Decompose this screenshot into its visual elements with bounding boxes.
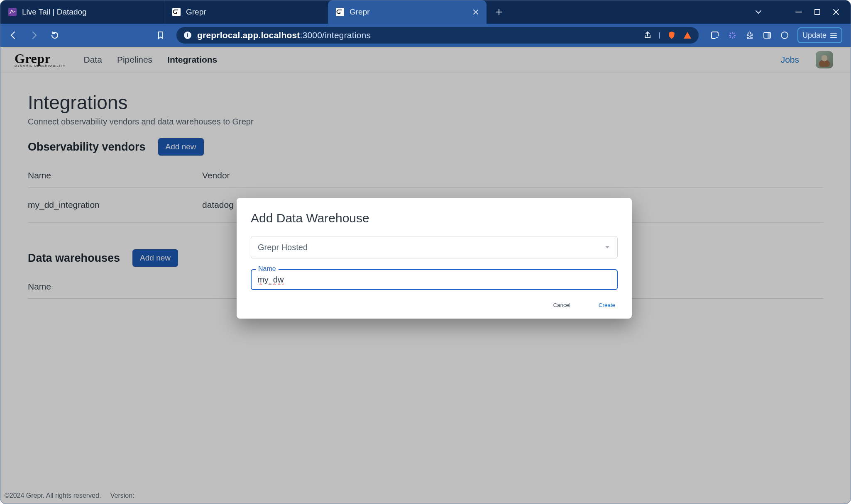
night-mode-icon[interactable] xyxy=(780,31,789,40)
share-icon[interactable] xyxy=(643,31,652,40)
toolbar-right: Update xyxy=(710,27,842,43)
browser-tabs: Live Tail | Datadog Grepr Grepr xyxy=(0,0,747,24)
chevron-down-icon xyxy=(604,244,611,251)
add-data-warehouse-modal: Add Data Warehouse Grepr Hosted Name Can… xyxy=(237,198,632,319)
tab-title: Grepr xyxy=(186,7,206,17)
site-info-icon[interactable]: i xyxy=(183,31,192,40)
url-text: greprlocal.app.localhost:3000/integratio… xyxy=(197,30,638,40)
svg-rect-0 xyxy=(8,8,17,16)
window-controls xyxy=(747,0,851,24)
svg-point-10 xyxy=(781,32,788,39)
chevron-down-icon[interactable] xyxy=(754,8,763,16)
brave-warning-icon[interactable] xyxy=(683,31,692,40)
datadog-favicon-icon xyxy=(8,7,17,17)
create-button[interactable]: Create xyxy=(596,302,618,309)
tab-grepr-active[interactable]: Grepr xyxy=(328,0,487,24)
svg-text:i: i xyxy=(187,32,188,38)
tab-grepr-1[interactable]: Grepr xyxy=(164,0,325,24)
browser-titlebar: Live Tail | Datadog Grepr Grepr xyxy=(0,0,851,24)
tab-datadog[interactable]: Live Tail | Datadog xyxy=(0,0,164,24)
menu-lines-icon xyxy=(830,32,837,39)
browser-toolbar: i greprlocal.app.localhost:3000/integrat… xyxy=(0,24,851,47)
new-tab-button[interactable] xyxy=(490,0,508,24)
update-button[interactable]: Update xyxy=(797,27,842,43)
app-page: Grepr DYNAMIC OBSERVABILITY Data Pipelin… xyxy=(0,47,851,504)
extensions-icon[interactable] xyxy=(745,31,754,40)
svg-rect-3 xyxy=(815,10,820,15)
cancel-button[interactable]: Cancel xyxy=(550,302,573,309)
nav-forward-icon[interactable] xyxy=(29,31,39,40)
window-minimize-icon[interactable] xyxy=(795,8,802,16)
bookmark-button[interactable] xyxy=(152,31,169,40)
select-value: Grepr Hosted xyxy=(258,243,308,252)
tab-title: Grepr xyxy=(350,7,370,17)
brave-shield-icon[interactable] xyxy=(667,31,676,40)
spinner-icon[interactable] xyxy=(728,31,737,40)
svg-rect-9 xyxy=(768,32,770,38)
modal-actions: Cancel Create xyxy=(251,302,618,309)
panel-icon[interactable] xyxy=(763,31,772,40)
tab-title: Live Tail | Datadog xyxy=(22,7,87,17)
update-label: Update xyxy=(802,31,827,40)
grepr-favicon-icon xyxy=(335,7,345,17)
warehouse-type-select[interactable]: Grepr Hosted xyxy=(251,236,618,258)
window-maximize-icon[interactable] xyxy=(814,9,821,15)
close-tab-icon[interactable] xyxy=(472,9,479,15)
reload-icon[interactable] xyxy=(50,31,59,40)
window-close-icon[interactable] xyxy=(832,8,840,16)
warehouse-name-field: Name xyxy=(251,269,618,290)
nav-back-icon[interactable] xyxy=(9,31,18,40)
extension-block-icon[interactable] xyxy=(710,31,719,40)
url-bar[interactable]: i greprlocal.app.localhost:3000/integrat… xyxy=(176,27,699,44)
warehouse-name-input[interactable] xyxy=(251,269,618,290)
nav-arrows xyxy=(9,31,59,40)
grepr-favicon-icon xyxy=(172,7,181,17)
modal-title: Add Data Warehouse xyxy=(251,211,618,225)
name-label: Name xyxy=(256,265,279,273)
